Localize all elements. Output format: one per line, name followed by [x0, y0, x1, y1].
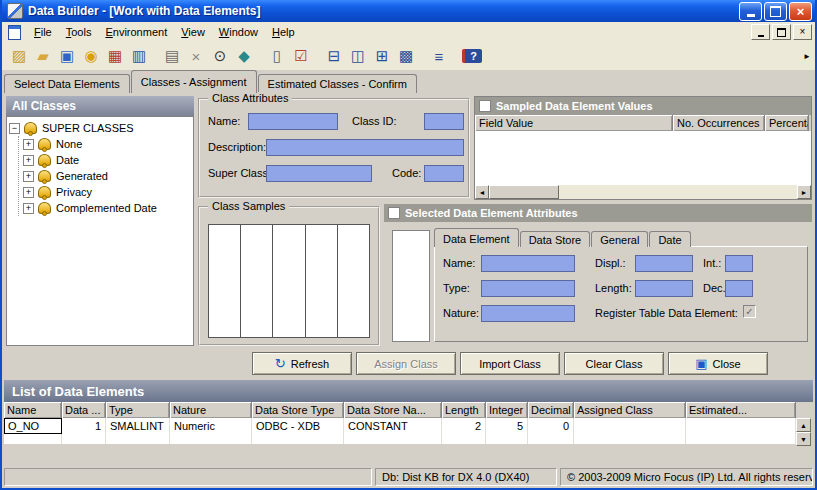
collapse-icon[interactable]: −: [9, 123, 20, 134]
attr-tab-date[interactable]: Date: [649, 231, 690, 247]
tree-item-generated[interactable]: +Generated: [23, 168, 191, 184]
length-input[interactable]: [635, 280, 693, 297]
tree-root-super-classes[interactable]: − SUPER CLASSES: [9, 120, 191, 136]
table-cell[interactable]: 5: [486, 418, 528, 434]
attr-tab-general[interactable]: General: [591, 231, 648, 247]
table-icon[interactable]: ▦: [103, 45, 127, 68]
table-cell[interactable]: 2: [442, 418, 486, 434]
classes-tree[interactable]: − SUPER CLASSES +None+Date+Generated+Pri…: [6, 116, 194, 346]
dec-input[interactable]: [725, 280, 753, 297]
table-cell[interactable]: 1: [62, 418, 106, 434]
tab-classes-assignment[interactable]: Classes - Assignment: [131, 70, 257, 93]
table-cell[interactable]: CONSTANT: [344, 418, 442, 434]
column-header-data[interactable]: Data ...: [62, 402, 106, 418]
tree-item-complemented-date[interactable]: +Complemented Date: [23, 200, 191, 216]
code-input[interactable]: [424, 165, 464, 182]
column-header-nature[interactable]: Nature: [170, 402, 252, 418]
cascade-icon[interactable]: ▩: [394, 45, 418, 68]
attr-tab-data-store[interactable]: Data Store: [520, 231, 591, 247]
table-cell[interactable]: [528, 434, 574, 444]
super-class-input[interactable]: [266, 165, 372, 182]
scrollbar-thumb[interactable]: [489, 185, 559, 199]
document-icon[interactable]: ▯: [265, 45, 289, 68]
folder-icon[interactable]: ▰: [31, 45, 55, 68]
table-cell[interactable]: O_NO: [4, 418, 62, 434]
expand-icon[interactable]: +: [23, 155, 34, 166]
table-cell[interactable]: SMALLINT: [106, 418, 170, 434]
table-row[interactable]: O_NO1SMALLINTNumericODBC - XDBCONSTANT25…: [4, 418, 796, 434]
expand-icon[interactable]: +: [23, 187, 34, 198]
tab-estimated-classes-confirm[interactable]: Estimated Classes - Confirm: [258, 74, 417, 93]
table-cell[interactable]: [574, 434, 686, 444]
selected-attributes-checkbox[interactable]: [388, 207, 400, 219]
column-header-type[interactable]: Type: [106, 402, 170, 418]
split-horizontal-icon[interactable]: ⊟: [322, 45, 346, 68]
help-icon[interactable]: ?: [460, 45, 484, 68]
clear-class-button[interactable]: Clear Class: [564, 352, 664, 375]
table-cell[interactable]: [486, 434, 528, 444]
element-name-input[interactable]: [481, 255, 575, 272]
assign-class-button[interactable]: Assign Class: [356, 352, 456, 375]
table-row[interactable]: [4, 434, 796, 444]
copy-icon[interactable]: ▤: [160, 45, 184, 68]
table-cell[interactable]: [344, 434, 442, 444]
column-header-data-store-type[interactable]: Data Store Type: [252, 402, 344, 418]
menu-help[interactable]: Help: [265, 23, 302, 41]
search-icon[interactable]: ⊙: [208, 45, 232, 68]
tab-select-data-elements[interactable]: Select Data Elements: [4, 74, 130, 93]
menu-file[interactable]: File: [27, 23, 59, 41]
expand-icon[interactable]: +: [23, 139, 34, 150]
scroll-right-icon[interactable]: ►: [797, 185, 811, 199]
table-cell[interactable]: [4, 434, 62, 444]
table-cell[interactable]: [106, 434, 170, 444]
sampled-values-checkbox[interactable]: [479, 100, 491, 112]
element-sample-list[interactable]: [392, 230, 430, 342]
table-cell[interactable]: [686, 434, 796, 444]
tree-item-privacy[interactable]: +Privacy: [23, 184, 191, 200]
monitor-icon[interactable]: ▣: [55, 45, 79, 68]
class-name-input[interactable]: [248, 113, 338, 130]
mdi-minimize-button[interactable]: [751, 24, 770, 40]
delete-icon[interactable]: ×: [184, 45, 208, 68]
maximize-button[interactable]: [764, 2, 787, 21]
tools-icon[interactable]: ◆: [232, 45, 256, 68]
expand-icon[interactable]: +: [23, 203, 34, 214]
minimize-button[interactable]: [739, 2, 762, 21]
expand-icon[interactable]: +: [23, 171, 34, 182]
split-vertical-icon[interactable]: ◫: [346, 45, 370, 68]
displ-input[interactable]: [635, 255, 693, 272]
import-class-button[interactable]: Import Class: [460, 352, 560, 375]
menu-window[interactable]: Window: [212, 23, 265, 41]
title-bar[interactable]: Data Builder - [Work with Data Elements]…: [2, 0, 815, 22]
table-cell[interactable]: 0: [528, 418, 574, 434]
sampled-column-no-occurrences[interactable]: No. Occurrences: [673, 115, 765, 131]
column-header-estimated[interactable]: Estimated...: [686, 402, 796, 418]
tree-item-date[interactable]: +Date: [23, 152, 191, 168]
column-header-integer[interactable]: Integer: [486, 402, 528, 418]
refresh-button[interactable]: ↻Refresh: [252, 352, 352, 375]
class-id-input[interactable]: [424, 113, 464, 130]
mdi-restore-button[interactable]: [772, 24, 791, 40]
close-button[interactable]: ×: [789, 2, 812, 21]
table-vertical-scrollbar[interactable]: ▲ ▼: [796, 418, 811, 446]
class-samples-list[interactable]: [208, 224, 370, 338]
scroll-down-icon[interactable]: ▼: [796, 432, 811, 446]
mdi-child-icon[interactable]: [8, 25, 21, 40]
column-header-assigned-class[interactable]: Assigned Class: [574, 402, 686, 418]
table-cell[interactable]: [252, 434, 344, 444]
sampled-values-horizontal-scrollbar[interactable]: ◄ ►: [475, 185, 811, 199]
database-icon[interactable]: ▥: [127, 45, 151, 68]
table-cell[interactable]: [442, 434, 486, 444]
column-header-length[interactable]: Length: [442, 402, 486, 418]
table-cell[interactable]: [574, 418, 686, 434]
description-input[interactable]: [266, 139, 464, 156]
int-input[interactable]: [725, 255, 753, 272]
table-cell[interactable]: [170, 434, 252, 444]
column-header-data-store-na[interactable]: Data Store Na...: [344, 402, 442, 418]
table-cell[interactable]: [686, 418, 796, 434]
toolbar-overflow-icon[interactable]: ►: [803, 52, 811, 61]
check-document-icon[interactable]: ☑: [289, 45, 313, 68]
nature-input[interactable]: [481, 305, 575, 322]
mdi-close-button[interactable]: ×: [793, 24, 812, 40]
table-cell[interactable]: [62, 434, 106, 444]
